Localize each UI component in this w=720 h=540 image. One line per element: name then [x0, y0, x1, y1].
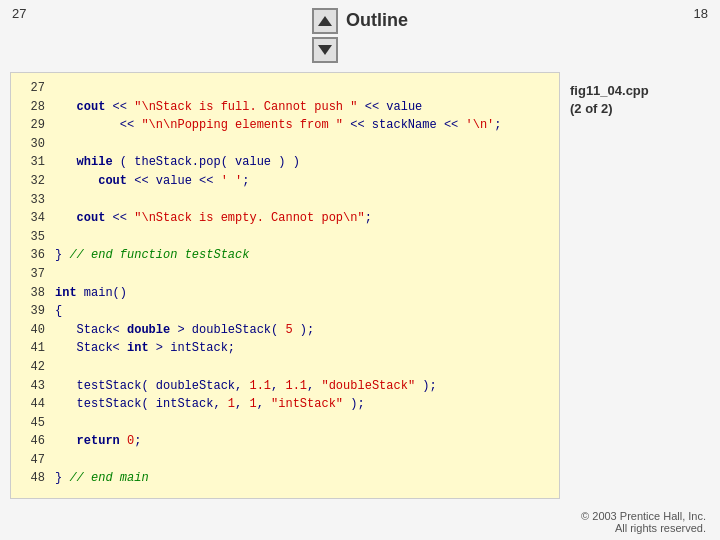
code-line-41: 41 Stack< int > intStack;	[21, 339, 549, 358]
code-line-30: 30	[21, 135, 549, 154]
outline-label: Outline	[346, 10, 408, 31]
code-line-33: 33	[21, 191, 549, 210]
content-area: 27 28 cout << "\nStack is full. Cannot p…	[0, 67, 720, 504]
outline-nav-buttons	[312, 8, 338, 63]
slide-number-left: 27	[12, 6, 26, 21]
code-line-48: 48 } // end main	[21, 469, 549, 488]
code-line-36: 36 } // end function testStack	[21, 246, 549, 265]
slide-number-right: 18	[694, 6, 708, 21]
outline-up-button[interactable]	[312, 8, 338, 34]
code-line-37: 37	[21, 265, 549, 284]
code-line-27: 27	[21, 79, 549, 98]
fig-caption-line2: (2 of 2)	[570, 100, 613, 118]
code-line-44: 44 testStack( intStack, 1, 1, "intStack"…	[21, 395, 549, 414]
code-line-39: 39 {	[21, 302, 549, 321]
up-arrow-icon	[318, 16, 332, 26]
code-line-29: 29 << "\n\nPopping elements from " << st…	[21, 116, 549, 135]
fig-caption-line1: fig11_04.cpp	[570, 82, 649, 100]
code-line-34: 34 cout << "\nStack is empty. Cannot pop…	[21, 209, 549, 228]
outline-down-button[interactable]	[312, 37, 338, 63]
code-panel: 27 28 cout << "\nStack is full. Cannot p…	[10, 72, 560, 499]
code-line-38: 38 int main()	[21, 284, 549, 303]
code-line-45: 45	[21, 414, 549, 433]
code-line-28: 28 cout << "\nStack is full. Cannot push…	[21, 98, 549, 117]
code-line-46: 46 return 0;	[21, 432, 549, 451]
footer-line1: © 2003 Prentice Hall, Inc.	[14, 510, 706, 522]
main-container: 27 Outline 18 27 28 cout << "	[0, 0, 720, 540]
code-line-31: 31 while ( theStack.pop( value ) )	[21, 153, 549, 172]
footer-line2: All rights reserved.	[14, 522, 706, 534]
code-line-35: 35	[21, 228, 549, 247]
code-line-43: 43 testStack( doubleStack, 1.1, 1.1, "do…	[21, 377, 549, 396]
right-panel: fig11_04.cpp (2 of 2)	[570, 72, 710, 499]
footer: © 2003 Prentice Hall, Inc. All rights re…	[0, 504, 720, 540]
down-arrow-icon	[318, 45, 332, 55]
code-line-32: 32 cout << value << ' ';	[21, 172, 549, 191]
code-line-42: 42	[21, 358, 549, 377]
code-line-40: 40 Stack< double > doubleStack( 5 );	[21, 321, 549, 340]
code-line-47: 47	[21, 451, 549, 470]
